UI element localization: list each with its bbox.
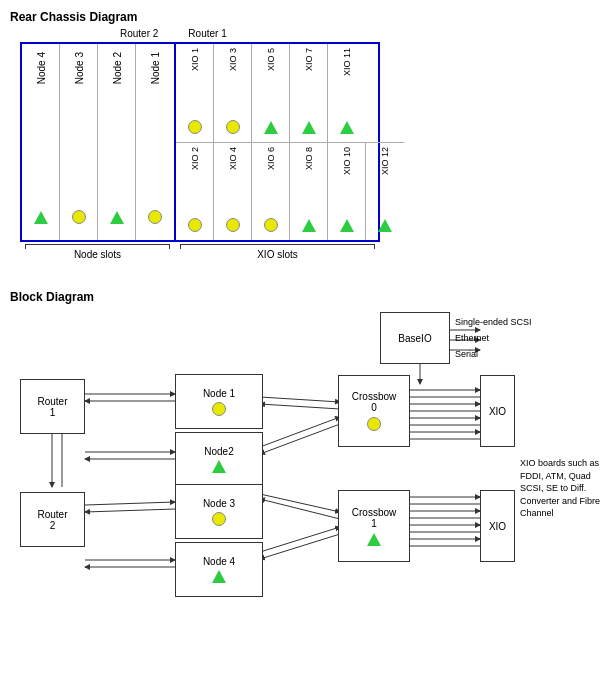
xio1-slot: XIO 1 [176,44,214,142]
node2-box: Node2 [175,432,263,487]
svg-line-10 [260,527,340,552]
xio1-label-block: XIO [489,521,506,532]
crossbow0-box: Crossbow0 [338,375,410,447]
node-slots-area: Node 4 Node 3 Node 2 Node 1 [22,44,176,240]
node4-slot-label: Node 4 [35,52,46,84]
xio-side-text: XIO boards such as FDDI, ATM, Quad SCSI,… [520,457,609,520]
svg-line-7 [260,424,340,454]
xio4-icon [226,218,240,232]
chassis-box: Node 4 Node 3 Node 2 Node 1 [20,42,380,242]
node1-slot-label: Node 1 [150,52,161,84]
xio2-icon [188,218,202,232]
crossbow1-icon [367,533,381,546]
xio6-slot: XIO 6 [252,143,290,241]
node4-label: Node 4 [203,556,235,567]
svg-line-8 [260,494,340,512]
rear-chassis-section: Rear Chassis Diagram Router 2 Router 1 N… [10,10,599,260]
crossbow1-label: Crossbow1 [352,507,396,529]
svg-line-9 [260,499,340,519]
basicio-label: BaseIO [398,333,431,344]
node-slot-1: Node 1 [136,44,174,240]
xio11-icon [340,121,354,134]
node4-block-icon [212,570,226,583]
basicio-outputs: Single-ended SCSI Ethernet Serial [455,314,532,363]
svg-line-16 [85,502,175,505]
xio11-label: XIO 11 [342,48,352,76]
xio-top-row: XIO 1 XIO 3 XIO 5 XIO 7 [176,44,404,143]
block-diagram-title: Block Diagram [10,290,599,304]
xio-bracket: XIO slots [175,244,380,260]
xio3-label: XIO 3 [228,48,238,71]
node3-icon [72,210,86,224]
crossbow0-label: Crossbow0 [352,391,396,413]
node4-icon [34,211,48,224]
xio10-slot: XIO 10 [328,143,366,241]
xio8-slot: XIO 8 [290,143,328,241]
xio4-label: XIO 4 [228,147,238,170]
xio10-icon [340,219,354,232]
router2-label: Router 2 [37,509,67,531]
svg-line-6 [260,417,340,447]
xio7-slot: XIO 7 [290,44,328,142]
svg-line-5 [260,404,340,409]
xio3-icon [226,120,240,134]
block-diagram-section: Block Diagram [10,290,599,612]
node4-box: Node 4 [175,542,263,597]
node3-box: Node 3 [175,484,263,539]
xio12-label: XIO 12 [380,147,390,175]
router1-label: Router 1 [188,28,226,39]
node1-icon [148,210,162,224]
node2-label: Node2 [204,446,233,457]
chassis-title: Rear Chassis Diagram [10,10,599,24]
xio-bottom-row: XIO 2 XIO 4 XIO 6 XIO 8 [176,143,404,241]
xio11-slot: XIO 11 [328,44,366,142]
node3-block-icon [212,512,226,526]
router1-label: Router 1 [37,396,67,418]
router-labels: Router 2 Router 1 [120,28,227,39]
xio1-box: XIO [480,490,515,562]
node3-slot-label: Node 3 [73,52,84,84]
xio2-slot: XIO 2 [176,143,214,241]
router2-box: Router 2 [20,492,85,547]
block-diagram: BaseIO Single-ended SCSI Ethernet Serial… [10,312,590,612]
xio12-slot: XIO 12 [366,143,404,241]
xio6-icon [264,218,278,232]
crossbow1-box: Crossbow1 [338,490,410,562]
basicio-output-serial: Serial [455,346,532,362]
node2-icon [110,211,124,224]
node-slot-4: Node 4 [22,44,60,240]
chassis-wrapper: Router 2 Router 1 Node 4 Node 3 Node 2 [20,42,400,260]
xio1-icon [188,120,202,134]
node1-block-icon [212,402,226,416]
crossbow0-icon [367,417,381,431]
node3-label: Node 3 [203,498,235,509]
node1-label: Node 1 [203,388,235,399]
xio4-slot: XIO 4 [214,143,252,241]
xio8-label: XIO 8 [304,147,314,170]
xio6-label: XIO 6 [266,147,276,170]
node2-slot-label: Node 2 [111,52,122,84]
xio7-icon [302,121,316,134]
xio0-label: XIO [489,406,506,417]
node-slot-3: Node 3 [60,44,98,240]
xio-slots-label: XIO slots [175,249,380,260]
xio3-slot: XIO 3 [214,44,252,142]
xio2-label: XIO 2 [190,147,200,170]
basicio-output-ethernet: Ethernet [455,330,532,346]
node2-block-icon [212,460,226,473]
xio5-icon [264,121,278,134]
node-slot-2: Node 2 [98,44,136,240]
xio0-box: XIO [480,375,515,447]
xio1-label: XIO 1 [190,48,200,71]
node-bracket: Node slots [20,244,175,260]
xio-slots-area: XIO 1 XIO 3 XIO 5 XIO 7 [176,44,404,240]
xio8-icon [302,219,316,232]
router1-box: Router 1 [20,379,85,434]
svg-line-11 [260,534,340,559]
bottom-bracket-area: Node slots XIO slots [20,244,380,260]
node-slots-label: Node slots [20,249,175,260]
xio5-slot: XIO 5 [252,44,290,142]
xio7-label: XIO 7 [304,48,314,71]
basicio-box: BaseIO [380,312,450,364]
svg-line-17 [85,509,175,512]
